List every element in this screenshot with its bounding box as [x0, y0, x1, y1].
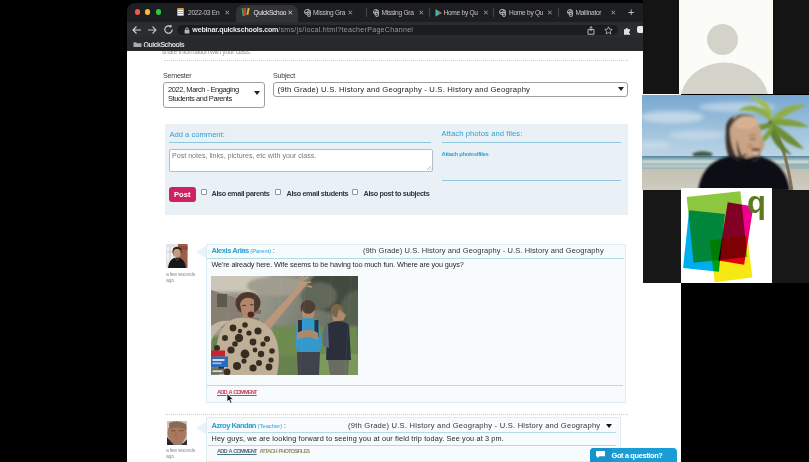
svg-text:q: q	[747, 188, 766, 220]
